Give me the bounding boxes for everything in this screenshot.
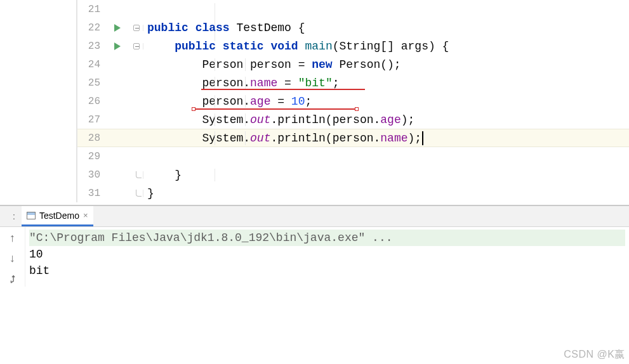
line-number: 25 xyxy=(77,77,105,89)
application-icon xyxy=(27,212,36,219)
error-anchor xyxy=(355,107,359,111)
error-underline xyxy=(193,108,355,110)
code-line[interactable]: 21 xyxy=(77,0,629,18)
fold-close-icon[interactable] xyxy=(133,171,140,179)
soft-wrap-icon[interactable]: ⮐ xyxy=(5,271,20,287)
close-icon[interactable]: × xyxy=(83,211,88,220)
line-number: 29 xyxy=(77,151,105,162)
line-number: 21 xyxy=(77,4,105,15)
console-command-line: "C:\Program Files\Java\jdk1.8.0_192\bin\… xyxy=(29,230,625,246)
run-config-tab[interactable]: TestDemo × xyxy=(22,206,93,226)
line-number: 24 xyxy=(77,59,105,70)
code-line[interactable]: 29 xyxy=(77,147,629,166)
line-number: 26 xyxy=(77,96,105,107)
run-panel-label: : xyxy=(13,211,15,221)
console-output-line: bit xyxy=(29,263,625,279)
code-line[interactable]: 22 public class TestDemo { xyxy=(77,18,629,37)
scroll-up-icon[interactable]: ↑ xyxy=(5,231,20,246)
run-tab-label: TestDemo xyxy=(39,211,79,221)
console-output[interactable]: "C:\Program Files\Java\jdk1.8.0_192\bin\… xyxy=(25,227,629,287)
code-line[interactable]: 30 } xyxy=(77,166,629,184)
code-line[interactable]: 26 person.age = 10; xyxy=(77,92,629,110)
run-gutter-icon[interactable] xyxy=(105,24,129,32)
console-toolbar: ↑ ↓ ⮐ xyxy=(0,227,25,287)
line-number: 30 xyxy=(77,169,105,181)
line-number: 28 xyxy=(77,133,105,144)
text-caret xyxy=(422,131,423,145)
code-line-active[interactable]: 28 System.out.println(person.name); xyxy=(77,129,629,147)
code-line[interactable]: 23 public static void main(String[] args… xyxy=(77,37,629,55)
code-line[interactable]: 25 person.name = "bit"; xyxy=(77,74,629,92)
console-output-line: 10 xyxy=(29,246,625,263)
error-anchor xyxy=(192,107,195,111)
error-underline xyxy=(201,89,365,90)
code-line[interactable]: 31 } xyxy=(77,184,629,202)
code-line[interactable]: 27 System.out.println(person.age); xyxy=(77,110,629,129)
fold-open-icon[interactable] xyxy=(133,25,140,31)
scroll-down-icon[interactable]: ↓ xyxy=(5,251,20,266)
code-editor[interactable]: 21 22 public class TestDemo { 23 public … xyxy=(76,0,629,202)
code-line[interactable]: 24 Person person = new Person(); xyxy=(77,55,629,74)
line-number: 23 xyxy=(77,41,105,52)
fold-close-icon[interactable] xyxy=(133,190,140,197)
line-number: 22 xyxy=(77,22,105,34)
run-tool-window: : TestDemo × ↑ ↓ ⮐ "C:\Program Files\Jav… xyxy=(0,205,629,287)
line-number: 31 xyxy=(77,188,105,199)
run-gutter-icon[interactable] xyxy=(105,42,129,50)
fold-open-icon[interactable] xyxy=(133,43,140,49)
line-number: 27 xyxy=(77,114,105,126)
watermark: CSDN @K嬴 xyxy=(564,348,625,361)
